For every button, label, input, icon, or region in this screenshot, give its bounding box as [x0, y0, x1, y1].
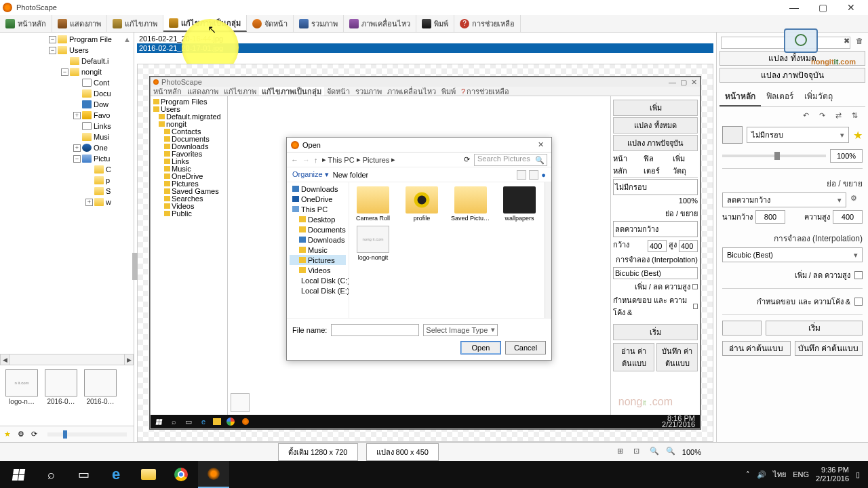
tree-item[interactable]: Links — [0, 121, 134, 131]
save-preset-button[interactable]: บันทึก ค่าต้นแบบ — [795, 341, 863, 356]
open-button[interactable]: Open — [460, 341, 501, 354]
scroll-left-icon[interactable]: ◀ — [0, 354, 9, 365]
dialog-close-button[interactable]: ✕ — [534, 140, 547, 149]
clock[interactable]: 9:36 PM2/21/2016 — [816, 466, 849, 483]
favorite-icon[interactable]: ★ — [853, 129, 863, 142]
remove-icon[interactable]: ✖ — [844, 37, 853, 46]
frame-select[interactable]: ไม่มีกรอบ — [747, 127, 849, 143]
star-icon[interactable]: ★ — [4, 430, 14, 439]
tree-item[interactable]: C — [0, 164, 134, 175]
nav-up-button[interactable]: ↑ — [314, 156, 318, 164]
nav-item[interactable]: This PC — [290, 204, 346, 214]
breadcrumb[interactable]: ▸This PC▸Pictures▸ — [322, 155, 460, 164]
tree-item[interactable]: +Favo — [0, 110, 134, 121]
dialog-scrollbar[interactable] — [545, 182, 551, 318]
interp-select[interactable]: Bicubic (Best) — [722, 247, 863, 262]
thumb-item[interactable]: 2016-0… — [45, 369, 77, 422]
folder-item[interactable]: Saved Pictures — [451, 186, 490, 222]
system-tray[interactable]: ˄ 🔊 ไทย ENG 9:36 PM2/21/2016 ▯ — [746, 466, 865, 483]
notifications-icon[interactable]: ▯ — [856, 470, 860, 479]
zoom-out-icon[interactable]: 🔍 — [666, 447, 677, 458]
tree-item[interactable]: +One — [0, 142, 134, 153]
nav-item[interactable]: Music — [290, 245, 346, 255]
tree-item[interactable]: S — [0, 186, 134, 197]
folder-item[interactable]: profile — [402, 186, 441, 222]
chrome-button[interactable] — [165, 461, 197, 488]
tab-editor[interactable]: แก้ไขภาพ — [107, 15, 163, 32]
tray-chevron-icon[interactable]: ˄ — [746, 470, 750, 479]
opacity-value[interactable]: 100% — [830, 149, 863, 163]
tab-home[interactable]: หน้าหลัก — [0, 15, 52, 32]
nav-item[interactable]: Pictures — [290, 255, 346, 265]
flip-h-icon[interactable]: ⇄ — [835, 111, 846, 122]
tree-item[interactable]: Default.i — [0, 56, 134, 66]
ime-indicator[interactable]: ไทย — [773, 468, 786, 481]
width-input[interactable]: 800 — [755, 210, 785, 224]
nav-item[interactable]: Documents — [290, 224, 346, 235]
flip-v-icon[interactable]: ⇅ — [852, 111, 863, 122]
filename-input[interactable] — [331, 324, 419, 336]
tab-viewer[interactable]: แสดงภาพ — [52, 15, 107, 32]
minimize-button[interactable]: — — [780, 0, 808, 15]
nav-back-button[interactable]: ← — [291, 156, 298, 164]
filetype-select[interactable]: Select Image Type — [423, 324, 498, 336]
tree-hscroll[interactable]: ◀ ▶ — [0, 354, 134, 365]
resize-mode-select[interactable]: ลดความกว้าง — [722, 192, 846, 207]
folder-item[interactable]: Camera Roll — [353, 186, 393, 222]
preview-canvas[interactable]: PhotoScape —▢✕ หน้าหลัก แสดงภาพ แก้ไขภาพ… — [137, 64, 713, 442]
search-input[interactable]: Search Pictures🔍 — [474, 154, 547, 166]
refresh-icon[interactable]: ⟳ — [31, 430, 41, 439]
tree-item[interactable]: Cont — [0, 77, 134, 88]
gear-icon[interactable]: ⚙ — [850, 194, 863, 206]
tree-item[interactable]: Docu — [0, 88, 134, 99]
scroll-right-icon[interactable]: ▶ — [124, 354, 134, 365]
image-item[interactable]: nong it.comlogo-nongit — [353, 226, 393, 261]
view-options-button[interactable] — [529, 170, 538, 180]
organize-menu[interactable]: Organize ▾ — [292, 170, 329, 179]
redo-icon[interactable]: ↷ — [819, 111, 830, 122]
rtab-filter[interactable]: ฟิลเตอร์ — [761, 87, 799, 106]
nav-item[interactable]: Desktop — [290, 214, 346, 224]
tab-help[interactable]: ?การช่วยเหลือ — [454, 15, 521, 32]
undo-icon[interactable]: ↶ — [803, 111, 814, 122]
tree-item[interactable]: Musi — [0, 131, 134, 142]
size-slider[interactable] — [47, 432, 127, 436]
tab-combine[interactable]: รวมภาพ — [294, 15, 344, 32]
tree-item[interactable]: −nongit — [0, 66, 134, 77]
volume-icon[interactable]: 🔊 — [757, 470, 766, 479]
thumb-item[interactable]: n it.comlogo-n… — [5, 369, 38, 422]
gear-icon[interactable]: ⚙ — [18, 430, 27, 439]
search-button[interactable]: ⌕ — [35, 461, 66, 488]
photoscape-button[interactable] — [198, 461, 229, 488]
zoom-in-icon[interactable]: 🔍 — [650, 447, 660, 458]
help-icon[interactable]: ● — [541, 171, 546, 179]
tree-item[interactable]: Dow — [0, 99, 134, 110]
nav-item[interactable]: Local Disk (C:) — [290, 275, 346, 285]
tree-item[interactable]: −Users — [0, 45, 134, 56]
dialog-items[interactable]: Camera Roll profile Saved Pictures wallp… — [349, 182, 545, 318]
maximize-button[interactable]: ▢ — [808, 0, 837, 15]
aspect-checkbox[interactable] — [854, 271, 863, 279]
new-folder-button[interactable]: New folder — [333, 171, 369, 179]
tab-gif[interactable]: ภาพเคลื่อนไหว — [344, 15, 416, 32]
bound-checkbox[interactable] — [854, 298, 863, 306]
convert-current-button[interactable]: แปลง ภาพปัจจุบัน — [719, 68, 865, 83]
dialog-titlebar[interactable]: Open ✕ — [287, 138, 551, 152]
rtab-object[interactable]: เพิ่มวัตถุ — [799, 87, 838, 106]
edge-button[interactable]: e — [100, 461, 132, 488]
tree-item[interactable]: p — [0, 175, 134, 186]
folder-tree[interactable]: −Program File▲−UsersDefault.i−nongitCont… — [0, 33, 134, 354]
start-button[interactable]: เริ่ม — [766, 321, 863, 336]
refresh-icon[interactable]: ⟳ — [464, 155, 470, 164]
nav-fwd-button[interactable]: → — [302, 156, 310, 164]
nav-item[interactable]: Downloads — [290, 235, 346, 245]
task-view-button[interactable]: ▭ — [68, 461, 99, 488]
lang-indicator[interactable]: ENG — [793, 470, 809, 479]
tree-item[interactable]: −Pictu — [0, 153, 134, 164]
load-preset-button[interactable]: อ่าน ค่าต้นแบบ — [722, 341, 791, 356]
actual-icon[interactable]: ⊡ — [633, 447, 644, 458]
explorer-button[interactable] — [133, 461, 164, 488]
nav-item[interactable]: Downloads — [290, 184, 346, 194]
dialog-nav[interactable]: DownloadsOneDriveThis PCDesktopDocuments… — [287, 182, 349, 318]
height-input[interactable]: 400 — [833, 210, 863, 224]
